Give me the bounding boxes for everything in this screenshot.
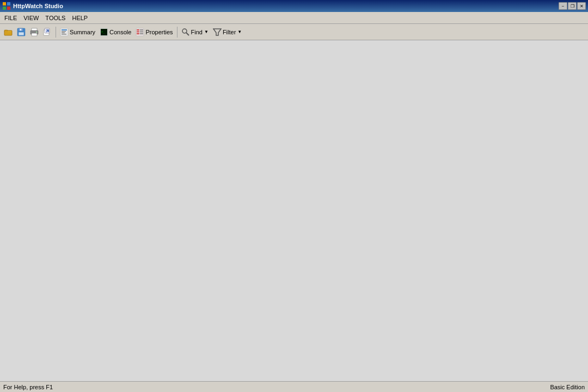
svg-rect-29 (140, 31, 143, 32)
window-controls: − ❐ ✕ (559, 2, 586, 10)
minimize-button[interactable]: − (559, 2, 567, 10)
svg-rect-14 (36, 32, 37, 33)
console-icon: >_ (100, 28, 108, 36)
title-bar: HttpWatch Studio − ❐ ✕ (0, 0, 588, 12)
status-left: For Help, press F1 (3, 384, 53, 390)
find-dropdown-arrow: ▼ (204, 29, 209, 34)
svg-rect-21 (62, 34, 66, 35)
status-bar: For Help, press F1 Basic Edition (0, 381, 588, 392)
filter-dropdown-arrow: ▼ (237, 29, 242, 34)
svg-rect-10 (20, 29, 21, 30)
find-icon (181, 28, 190, 36)
svg-text:>_: >_ (101, 30, 105, 34)
console-label: Console (109, 29, 131, 35)
print-icon (30, 28, 39, 36)
save-button[interactable] (15, 26, 27, 39)
folder-open-icon (4, 28, 13, 36)
svg-line-33 (186, 33, 189, 35)
svg-rect-3 (7, 7, 10, 10)
summary-icon (60, 28, 69, 36)
open-button[interactable] (2, 26, 14, 39)
find-label: Find (191, 29, 203, 35)
menu-help[interactable]: HELP (69, 12, 91, 23)
svg-rect-13 (32, 33, 37, 36)
properties-icon (136, 28, 144, 36)
svg-rect-1 (7, 2, 10, 5)
svg-rect-5 (4, 30, 8, 32)
svg-rect-9 (19, 32, 24, 35)
menu-view[interactable]: VIEW (20, 12, 42, 23)
close-button[interactable]: ✕ (577, 2, 586, 10)
toolbar-separator-2 (177, 27, 177, 38)
svg-rect-30 (137, 33, 139, 34)
filter-icon (213, 28, 222, 36)
print-button[interactable] (28, 26, 40, 39)
summary-button[interactable]: Summary (58, 26, 97, 39)
svg-rect-26 (137, 29, 139, 30)
svg-rect-2 (3, 7, 6, 10)
app-icon (2, 2, 11, 10)
svg-marker-34 (213, 29, 221, 35)
toolbar-separator-1 (56, 27, 56, 38)
svg-point-32 (182, 29, 187, 33)
menu-tools[interactable]: TOOLS (42, 12, 69, 23)
properties-label: Properties (145, 29, 173, 35)
find-button[interactable]: Find ▼ (180, 26, 210, 39)
svg-rect-31 (140, 33, 143, 34)
status-right: Basic Edition (550, 384, 585, 390)
restore-button[interactable]: ❐ (568, 2, 577, 10)
summary-label: Summary (70, 29, 95, 35)
svg-rect-18 (62, 29, 67, 30)
export-button[interactable] (41, 26, 53, 39)
toolbar: Summary >_ Console Properties (0, 24, 588, 40)
main-content (0, 40, 588, 381)
filter-label: Filter (223, 29, 236, 35)
title-bar-left: HttpWatch Studio (2, 2, 63, 10)
console-button[interactable]: >_ Console (98, 26, 133, 39)
svg-rect-0 (3, 2, 6, 5)
properties-button[interactable]: Properties (134, 26, 174, 39)
menu-bar: FILE VIEW TOOLS HELP (0, 12, 588, 24)
menu-file[interactable]: FILE (1, 12, 20, 23)
title-text: HttpWatch Studio (13, 3, 63, 9)
save-icon (17, 28, 26, 36)
export-icon (43, 28, 52, 36)
svg-rect-19 (62, 31, 66, 32)
svg-rect-20 (62, 32, 65, 33)
filter-button[interactable]: Filter ▼ (211, 26, 243, 39)
svg-rect-27 (140, 29, 143, 30)
svg-rect-28 (137, 31, 139, 32)
